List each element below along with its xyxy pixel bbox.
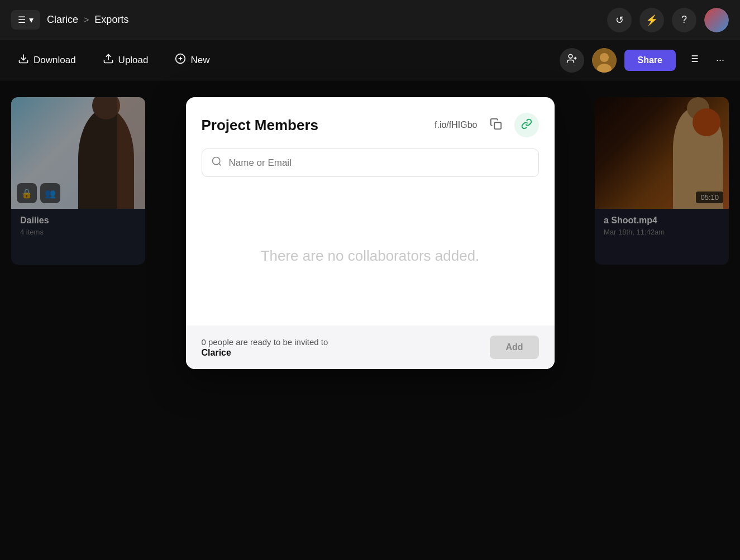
download-label: Download [34,55,76,66]
help-icon: ? [681,14,687,26]
breadcrumb: Clarice > Exports [47,14,128,26]
list-icon [688,55,699,66]
modal-link-text: f.io/fHIGbo [435,120,477,130]
link-icon [521,118,532,132]
add-label: Add [505,342,523,352]
help-button[interactable]: ? [672,8,696,32]
modal-footer: 0 people are ready to be invited to Clar… [186,326,555,369]
chevron-down-icon: ▾ [29,15,34,25]
user-avatar[interactable] [592,48,617,73]
modal-empty-state: There are no collaborators added. [186,186,555,326]
breadcrumb-project[interactable]: Clarice [47,14,78,26]
footer-count-text: 0 people are ready to be invited to [202,337,328,347]
user-avatar-image [592,48,617,73]
footer-info: 0 people are ready to be invited to Clar… [202,337,328,358]
modal-title: Project Members [202,117,426,134]
ellipsis-icon: ··· [716,54,724,65]
svg-point-5 [569,55,572,59]
nav-right: ↺ ⚡ ? [607,8,729,32]
svg-line-19 [218,164,221,166]
main-content: 🔒 👥 Dailies 4 items 05:10 a Shoot.m [0,80,740,560]
more-options-button[interactable]: ··· [712,50,729,70]
plus-icon [175,53,186,67]
empty-state-text: There are no collaborators added. [261,246,480,266]
add-button[interactable]: Add [490,336,538,359]
top-nav: ☰ ▾ Clarice > Exports ↺ ⚡ ? [0,0,740,40]
logo-icon: ☰ [18,15,26,25]
search-container [202,149,539,177]
breadcrumb-separator: > [84,15,89,25]
refresh-button[interactable]: ↺ [607,8,632,32]
download-button[interactable]: Download [11,49,83,71]
lightning-button[interactable]: ⚡ [639,8,664,32]
search-icon [211,156,222,170]
add-member-button[interactable] [560,48,584,73]
lightning-icon: ⚡ [646,14,658,26]
svg-rect-17 [494,122,501,129]
new-button[interactable]: New [168,49,216,71]
avatar[interactable] [704,8,729,32]
avatar-image [704,8,729,32]
link-icon-button[interactable] [514,113,539,137]
modal-header: Project Members f.io/fHIGbo [186,97,555,149]
upload-button[interactable]: Upload [96,49,155,71]
svg-point-18 [212,157,219,165]
footer-project-name: Clarice [202,348,328,358]
new-label: New [190,55,209,66]
share-label: Share [638,55,662,65]
share-button[interactable]: Share [624,50,676,71]
toolbar-right: Share ··· [560,48,729,73]
refresh-icon: ↺ [615,14,624,26]
modal-overlay[interactable]: Project Members f.io/fHIGbo [0,80,740,560]
search-input[interactable] [229,157,529,169]
project-members-modal: Project Members f.io/fHIGbo [186,97,555,369]
breadcrumb-current: Exports [94,14,128,26]
upload-icon [103,53,114,67]
copy-link-button[interactable] [486,114,505,136]
list-view-button[interactable] [684,49,704,71]
toolbar: Download Upload New [0,40,740,80]
svg-point-9 [600,53,609,62]
add-member-icon [566,53,577,67]
upload-label: Upload [118,55,149,66]
nav-logo-button[interactable]: ☰ ▾ [11,10,40,30]
nav-left: ☰ ▾ Clarice > Exports [11,10,128,30]
copy-icon [490,121,502,132]
download-icon [18,53,29,67]
